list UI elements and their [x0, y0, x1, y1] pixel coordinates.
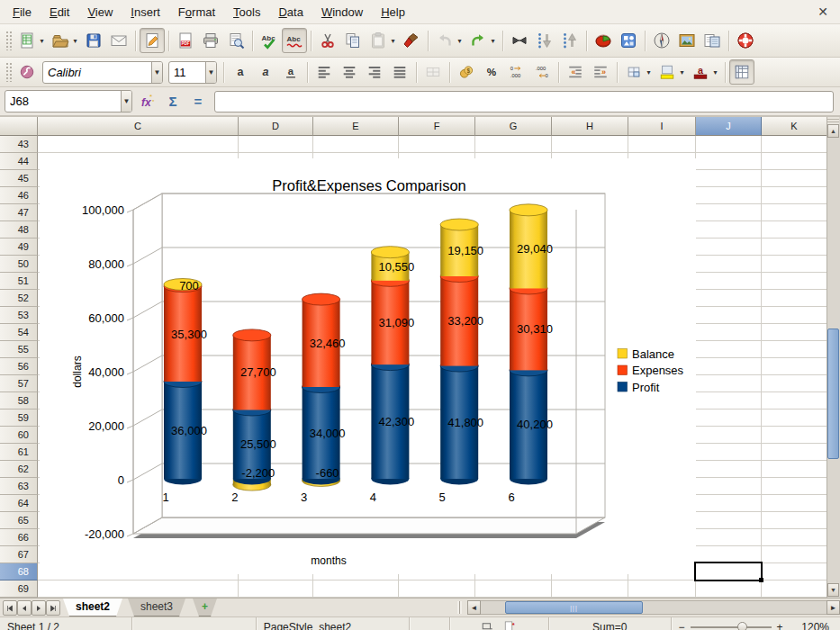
row-header-61[interactable]: 61 — [0, 444, 38, 461]
styles-button[interactable] — [14, 59, 40, 85]
format-paintbrush-button[interactable] — [399, 28, 424, 53]
paste-button[interactable] — [366, 28, 391, 53]
chart-object[interactable]: -20,000020,00040,00060,00080,000100,0001… — [40, 158, 696, 574]
row-header-50[interactable]: 50 — [0, 256, 38, 273]
row-header-62[interactable]: 62 — [0, 461, 38, 478]
cell-grid[interactable]: -20,000020,00040,00060,00080,000100,0001… — [38, 136, 827, 598]
vertical-scrollbar[interactable]: ▲ ▼ — [826, 117, 840, 598]
row-header-63[interactable]: 63 — [0, 478, 38, 495]
row-header-49[interactable]: 49 — [0, 238, 38, 256]
row-header-51[interactable]: 51 — [0, 273, 38, 290]
toolbar-grip[interactable] — [5, 62, 12, 82]
row-header-54[interactable]: 54 — [0, 324, 38, 341]
redo-button[interactable] — [465, 28, 491, 53]
row-header-59[interactable]: 59 — [0, 410, 38, 427]
zoom-out-button[interactable]: − — [679, 621, 685, 630]
last-sheet-button[interactable] — [46, 600, 60, 616]
background-color-button[interactable] — [655, 59, 680, 85]
selection-mode-icon[interactable] — [481, 620, 494, 630]
zoom-slider-thumb[interactable] — [737, 622, 747, 630]
increase-indent-button[interactable]: » — [588, 59, 613, 85]
row-header-52[interactable]: 52 — [0, 290, 38, 307]
font-size-dropdown[interactable]: ▼ — [205, 62, 216, 83]
name-box-input[interactable] — [5, 93, 121, 110]
row-header-45[interactable]: 45 — [0, 170, 38, 187]
scroll-down-button[interactable]: ▼ — [827, 583, 839, 597]
percent-button[interactable]: % — [479, 59, 504, 85]
row-header-67[interactable]: 67 — [0, 546, 38, 563]
currency-button[interactable]: $ — [454, 59, 479, 85]
name-box-dropdown[interactable]: ▼ — [121, 91, 131, 112]
column-header-I[interactable]: I — [628, 117, 696, 136]
cell-selection-border[interactable] — [694, 562, 763, 581]
row-header-64[interactable]: 64 — [0, 495, 38, 512]
menu-view[interactable]: View — [78, 2, 122, 22]
row-header-44[interactable]: 44 — [0, 153, 38, 170]
equals-button[interactable]: = — [185, 89, 211, 114]
export-pdf-button[interactable]: PDF — [173, 28, 198, 53]
spelling-button[interactable]: Abc — [257, 28, 282, 53]
undo-button[interactable] — [432, 28, 457, 53]
zoom-percent-field[interactable]: 120% — [794, 617, 840, 630]
add-sheet-tab[interactable]: + — [193, 598, 217, 616]
decrease-indent-button[interactable]: « — [563, 59, 588, 85]
sum-field[interactable]: Sum=0 — [549, 617, 672, 630]
email-button[interactable] — [106, 28, 131, 53]
row-header-65[interactable]: 65 — [0, 512, 38, 529]
row-header-43[interactable]: 43 — [0, 136, 38, 153]
menu-help[interactable]: Help — [372, 2, 414, 22]
row-header-68[interactable]: 68 — [0, 563, 38, 580]
sheet-tab-sheet3[interactable]: sheet3 — [128, 598, 185, 616]
auto-spellcheck-button[interactable]: Abc — [282, 28, 307, 53]
scroll-up-button[interactable]: ▲ — [827, 124, 839, 138]
function-wizard-button[interactable]: fx** — [135, 89, 160, 114]
grid-visible-button[interactable] — [729, 59, 754, 85]
page-style-field[interactable]: PageStyle_sheet2 — [257, 617, 410, 630]
hyperlink-button[interactable] — [507, 28, 532, 53]
delete-decimal-button[interactable]: .0000 — [529, 59, 555, 85]
gallery-button[interactable] — [674, 28, 700, 53]
row-header-55[interactable]: 55 — [0, 341, 38, 358]
menu-insert[interactable]: Insert — [122, 2, 169, 22]
row-header-57[interactable]: 57 — [0, 375, 38, 392]
column-header-J[interactable]: J — [696, 117, 762, 136]
row-header-53[interactable]: 53 — [0, 307, 38, 324]
zoom-in-button[interactable]: + — [777, 621, 783, 630]
column-header-D[interactable]: D — [239, 117, 313, 136]
zoom-slider-track[interactable] — [691, 626, 772, 628]
column-header-K[interactable]: K — [762, 117, 827, 136]
print-button[interactable] — [198, 28, 223, 53]
menu-format[interactable]: Format — [169, 2, 224, 22]
sheet-tab-sheet2[interactable]: sheet2 — [63, 598, 122, 616]
italic-button[interactable]: a — [253, 59, 278, 85]
sort-ascending-button[interactable] — [532, 28, 557, 53]
new-document-button[interactable] — [14, 28, 40, 53]
navigator-button[interactable] — [649, 28, 674, 53]
draw-functions-button[interactable] — [616, 28, 641, 53]
menu-tools[interactable]: Tools — [224, 2, 269, 22]
sort-descending-button[interactable] — [557, 28, 583, 53]
row-header-66[interactable]: 66 — [0, 529, 38, 546]
name-box[interactable]: ▼ — [5, 90, 132, 112]
toolbar-grip[interactable] — [5, 31, 12, 50]
row-header-56[interactable]: 56 — [0, 358, 38, 375]
open-folder-button[interactable] — [48, 28, 73, 53]
font-name-combo[interactable]: ▼ — [42, 61, 163, 84]
align-right-button[interactable] — [362, 59, 387, 85]
print-preview-button[interactable] — [223, 28, 248, 53]
next-sheet-button[interactable] — [32, 600, 46, 616]
horizontal-split-handle[interactable] — [457, 601, 462, 614]
row-header-58[interactable]: 58 — [0, 392, 38, 410]
help-button[interactable] — [733, 28, 758, 53]
merge-cells-button[interactable] — [420, 59, 446, 85]
add-decimal-button[interactable]: 0.000 — [504, 59, 529, 85]
previous-sheet-button[interactable] — [17, 600, 32, 616]
fill-handle[interactable] — [759, 578, 763, 582]
copy-button[interactable] — [340, 28, 366, 53]
scroll-right-button[interactable]: ► — [826, 600, 840, 615]
row-header-46[interactable]: 46 — [0, 187, 38, 204]
menu-edit[interactable]: Edit — [41, 2, 78, 22]
menu-file[interactable]: File — [4, 2, 41, 22]
font-name-dropdown[interactable]: ▼ — [151, 62, 162, 83]
insert-chart-button[interactable] — [591, 28, 616, 53]
